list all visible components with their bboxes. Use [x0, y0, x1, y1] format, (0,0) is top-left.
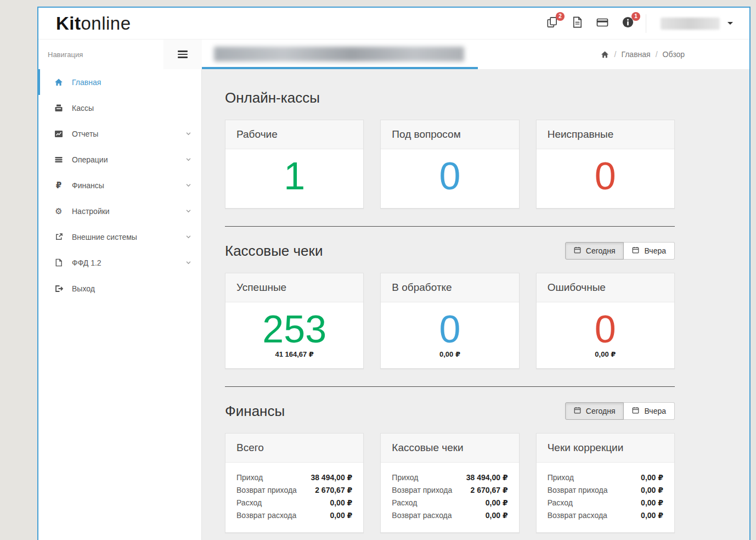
stat-card-neispravnye: Неисправные 0 — [536, 120, 675, 209]
sidebar-item-nastroyki[interactable]: ⚙ Настройки — [38, 198, 201, 224]
finance-row-label: Возврат прихода — [392, 486, 452, 494]
card-title: Кассовые чеки — [381, 434, 518, 463]
finance-row-label: Расход — [236, 498, 262, 507]
breadcrumb-separator — [656, 50, 658, 59]
finance-row: Возврат расхода 0,00 ₽ — [392, 511, 507, 520]
logo-text-bold: Kit — [56, 13, 81, 33]
breadcrumb-separator — [614, 50, 616, 59]
section-divider — [225, 226, 675, 227]
calendar-icon — [632, 407, 639, 415]
finance-row: Расход 0,00 ₽ — [548, 498, 663, 507]
sidebar-item-label: Выход — [72, 284, 95, 293]
finance-row: Расход 0,00 ₽ — [236, 498, 352, 507]
yesterday-button[interactable]: Вчера — [624, 402, 675, 420]
finance-card-kassovye-cheki: Кассовые чеки Приход 38 494,00 ₽ Возврат… — [380, 433, 519, 533]
stat-card-v-obrabotke: В обработке 0 0,00 ₽ — [380, 273, 519, 369]
finance-row-label: Приход — [392, 473, 418, 482]
section-title-receipts: Кассовые чеки — [225, 243, 323, 260]
card-title: В обработке — [381, 273, 518, 302]
yesterday-button-label: Вчера — [644, 407, 666, 415]
finance-row-label: Расход — [392, 498, 417, 507]
stat-card-pod-voprosom: Под вопросом 0 — [380, 120, 519, 209]
sidebar-item-label: Финансы — [72, 181, 104, 190]
payments-button[interactable] — [595, 16, 610, 31]
sidebar-item-ffd[interactable]: ФФД 1.2 — [38, 250, 201, 275]
finance-row: Приход 0,00 ₽ — [548, 473, 663, 482]
app-logo[interactable]: Kitonline — [38, 13, 202, 34]
finance-row-value: 0,00 ₽ — [641, 498, 663, 507]
stat-value: 0 — [386, 151, 513, 201]
credit-card-icon — [596, 16, 609, 31]
sidebar-item-operacii[interactable]: Операции — [38, 147, 201, 172]
finance-row: Возврат расхода 0,00 ₽ — [236, 511, 352, 520]
stat-value: 0 — [542, 151, 669, 201]
home-icon — [54, 78, 64, 87]
card-title: Неисправные — [537, 120, 674, 149]
sidebar-item-glavnaya[interactable]: Главная — [38, 69, 201, 95]
today-button[interactable]: Сегодня — [565, 402, 624, 420]
pdf-button[interactable] — [570, 16, 584, 31]
documents-button[interactable]: 2 — [545, 16, 559, 31]
sidebar-item-finansy[interactable]: ₽ Финансы — [38, 172, 201, 198]
card-title: Успешные — [225, 273, 363, 302]
sidebar-item-label: Главная — [72, 78, 101, 87]
card-title: Рабочие — [225, 120, 363, 149]
ruble-icon: ₽ — [54, 181, 64, 189]
documents-badge: 2 — [556, 12, 565, 21]
stat-amount: 0,00 ₽ — [542, 350, 669, 362]
pdf-file-icon — [572, 16, 583, 31]
active-tab-underline — [202, 67, 478, 69]
sidebar-item-otchety[interactable]: Отчеты — [38, 121, 201, 147]
chevron-down-icon — [185, 260, 191, 266]
stat-value: 0 — [386, 305, 513, 355]
sidebar-title: Навигация — [38, 40, 163, 69]
sidebar-toggle-button[interactable] — [163, 40, 202, 69]
finance-row-value: 0,00 ₽ — [486, 511, 508, 520]
list-icon — [54, 155, 64, 164]
top-header: Kitonline 2 — [38, 8, 749, 40]
finance-row: Расход 0,00 ₽ — [392, 498, 507, 507]
finance-card-vsego: Всего Приход 38 494,00 ₽ Возврат прихода… — [225, 433, 364, 533]
home-icon[interactable] — [601, 50, 609, 59]
finance-row-label: Расход — [548, 498, 573, 507]
stat-amount: 0,00 ₽ — [386, 350, 513, 362]
sidebar-item-kassy[interactable]: Кассы — [38, 95, 201, 121]
finance-row-value: 2 670,67 ₽ — [471, 486, 508, 494]
info-button[interactable]: 1 — [620, 16, 635, 31]
finance-row-value: 0,00 ₽ — [330, 498, 352, 507]
card-title: Под вопросом — [381, 120, 518, 149]
chevron-down-icon — [185, 182, 191, 188]
chevron-down-icon — [185, 208, 191, 214]
sidebar-item-vyhod[interactable]: Выход — [38, 275, 201, 301]
finance-row-label: Возврат прихода — [236, 486, 297, 494]
hamburger-icon — [178, 50, 188, 58]
yesterday-button[interactable]: Вчера — [624, 242, 675, 260]
breadcrumb-glavnaya[interactable]: Главная — [621, 50, 650, 59]
sidebar-item-vneshnie-sistemy[interactable]: Внешние системы — [38, 224, 201, 250]
breadcrumb: Главная Обзор — [601, 50, 749, 59]
sidebar-nav: Главная Кассы — [38, 69, 202, 540]
today-button-label: Сегодня — [586, 407, 616, 415]
section-cashboxes: Онлайн-кассы Рабочие 1 Под вопросом 0 Не… — [225, 88, 675, 209]
today-button-label: Сегодня — [586, 246, 616, 255]
stat-card-uspeshnye: Успешные 253 41 164,67 ₽ — [225, 273, 364, 369]
finance-row: Возврат прихода 0,00 ₽ — [548, 486, 663, 494]
finance-row-value: 0,00 ₽ — [641, 486, 663, 494]
finance-row: Возврат расхода 0,00 ₽ — [548, 511, 663, 520]
redacted-page-title — [214, 47, 464, 61]
stat-value: 253 — [231, 305, 358, 355]
stat-value: 1 — [231, 151, 358, 201]
line-chart-icon — [54, 130, 64, 138]
app-window: Kitonline 2 — [37, 7, 751, 540]
section-divider — [225, 386, 675, 387]
section-receipts: Кассовые чеки Сегодня — [225, 241, 675, 369]
finance-row-value: 0,00 ₽ — [641, 511, 663, 520]
redacted-username — [661, 18, 720, 30]
sub-header: Навигация Главная Обзор — [38, 40, 749, 69]
finance-date-filter: Сегодня Вчера — [565, 402, 675, 420]
today-button[interactable]: Сегодня — [565, 242, 624, 260]
stat-card-rabochie: Рабочие 1 — [225, 120, 364, 209]
chevron-down-icon — [185, 156, 191, 162]
user-menu[interactable] — [657, 18, 736, 30]
stat-card-oshibochnye: Ошибочные 0 0,00 ₽ — [536, 273, 675, 369]
